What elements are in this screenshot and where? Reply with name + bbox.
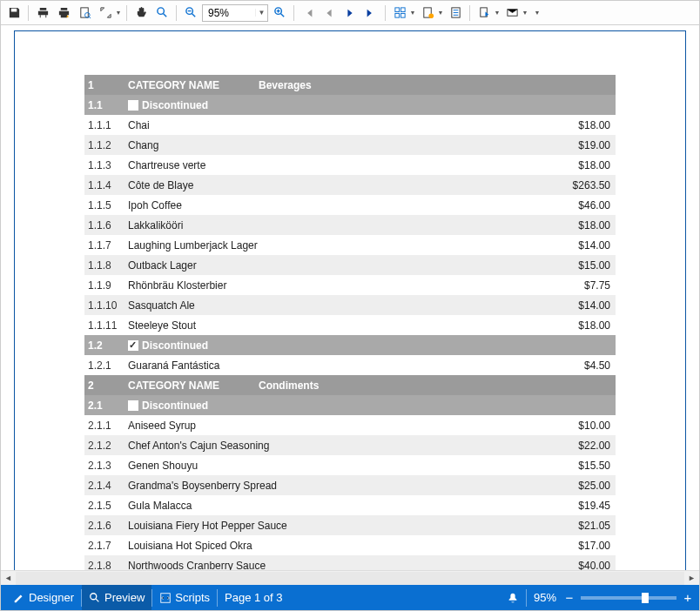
svg-rect-6 (400, 8, 405, 12)
email-dropdown[interactable]: ▼ (522, 3, 528, 23)
scripts-tab[interactable]: Scripts (152, 585, 217, 610)
product-name: Chartreuse verte (128, 159, 555, 171)
save-button[interactable] (4, 3, 24, 23)
zoom-plus-button[interactable]: + (682, 590, 694, 605)
product-price: $17.00 (555, 540, 616, 552)
first-page-button[interactable] (299, 3, 318, 23)
zoom-input[interactable] (203, 7, 255, 19)
email-button[interactable] (502, 3, 522, 23)
discontinued-header: 1.2 Discontinued (84, 335, 616, 355)
row-number: 1.1.8 (84, 259, 128, 272)
product-price: $18.00 (555, 319, 616, 332)
product-name: Genen Shouyu (128, 460, 555, 472)
product-price: $4.50 (555, 359, 616, 372)
product-price: $40.00 (555, 560, 616, 571)
discontinued-checkbox (128, 100, 138, 111)
prev-page-button[interactable] (320, 3, 339, 23)
product-price: $19.00 (555, 139, 616, 151)
quick-print-button[interactable] (54, 3, 73, 23)
zoom-out-button[interactable] (181, 3, 200, 23)
toolbar-separator (176, 5, 177, 21)
product-name: Lakkalikööri (128, 219, 555, 232)
product-price: $18.00 (555, 159, 616, 171)
scripts-icon (159, 592, 172, 604)
data-row: 1.1.11 Steeleye Stout $18.00 (84, 315, 616, 335)
toolbar-separator (126, 5, 127, 21)
scale-button[interactable] (96, 3, 115, 23)
row-number: 2.1.3 (84, 460, 128, 472)
row-number: 1.1.11 (84, 319, 128, 332)
export-dropdown[interactable]: ▼ (494, 3, 501, 23)
zoom-in-button[interactable] (270, 3, 289, 23)
scripts-label: Scripts (175, 591, 210, 604)
hand-tool-button[interactable] (131, 3, 151, 23)
extra-dropdown[interactable]: ▼ (534, 3, 541, 23)
zoom-slider[interactable] (581, 596, 676, 600)
scale-dropdown[interactable]: ▼ (115, 3, 122, 23)
product-price: $7.75 (555, 279, 616, 292)
page-info-label: Page 1 of 3 (225, 591, 283, 604)
product-price: $15.00 (555, 259, 616, 272)
zoom-slider-thumb[interactable] (642, 593, 649, 603)
scroll-track[interactable] (16, 572, 684, 585)
data-row: 1.1.5 Ipoh Coffee $46.00 (84, 195, 616, 215)
product-name: Ipoh Coffee (128, 199, 555, 212)
main-toolbar: ▼ ▼ ▼ ▼ ▼ ▼ ▼ (1, 1, 699, 25)
product-name: Outback Lager (128, 259, 555, 272)
category-label: CATEGORY NAME (128, 379, 259, 392)
page-setup-button[interactable] (75, 3, 94, 23)
page-color-dropdown[interactable]: ▼ (437, 3, 444, 23)
last-page-button[interactable] (361, 3, 380, 23)
row-number: 1.1.10 (84, 299, 128, 312)
toolbar-separator (469, 5, 470, 21)
discontinued-header: 2.1 Discontinued (84, 395, 616, 415)
scroll-left-arrow[interactable]: ◄ (1, 571, 16, 586)
product-price: $10.00 (555, 420, 616, 432)
print-button[interactable] (33, 3, 52, 23)
data-row: 1.1.8 Outback Lager $15.00 (84, 255, 616, 275)
zoom-combo[interactable]: ▼ (202, 4, 268, 22)
preview-tab[interactable]: Preview (82, 585, 151, 610)
next-page-button[interactable] (340, 3, 360, 23)
preview-label: Preview (104, 591, 145, 604)
product-price: $19.45 (555, 500, 616, 512)
row-number: 2.1.2 (84, 440, 128, 452)
category-label: CATEGORY NAME (128, 79, 259, 91)
bell-icon[interactable] (507, 592, 519, 604)
row-number: 2 (84, 379, 128, 392)
page-info: Page 1 of 3 (218, 585, 290, 610)
zoom-minus-button[interactable]: − (563, 590, 575, 605)
preview-scroll[interactable]: 1 CATEGORY NAMEBeverages 1.1 Discontinue… (1, 25, 699, 570)
product-price: $18.00 (555, 219, 616, 232)
row-number: 2.1.4 (84, 480, 128, 492)
magnifier-button[interactable] (152, 3, 172, 23)
designer-icon (13, 592, 25, 604)
multipage-dropdown[interactable]: ▼ (409, 3, 416, 23)
multipage-button[interactable] (390, 3, 409, 23)
data-row: 1.1.10 Sasquatch Ale $14.00 (84, 295, 616, 315)
row-number: 2.1.8 (84, 560, 128, 571)
zoom-dropdown[interactable]: ▼ (255, 9, 267, 17)
export-button[interactable] (475, 3, 494, 23)
product-name: Côte de Blaye (128, 179, 555, 191)
product-price: $21.05 (555, 520, 616, 532)
scroll-right-arrow[interactable]: ► (684, 571, 699, 586)
svg-point-10 (428, 13, 434, 18)
row-number: 1.1.2 (84, 139, 128, 151)
zoom-percent-label: 95% (534, 591, 556, 604)
toolbar-separator (385, 5, 386, 21)
status-bar: Designer Preview Scripts Page 1 of 3 95%… (1, 585, 699, 610)
data-row: 1.1.3 Chartreuse verte $18.00 (84, 155, 616, 175)
row-number: 1.2 (84, 339, 128, 352)
designer-tab[interactable]: Designer (6, 585, 81, 610)
svg-rect-8 (400, 13, 405, 17)
watermark-button[interactable] (446, 3, 465, 23)
discontinued-header: 1.1 Discontinued (84, 95, 616, 115)
statusbar-separator (526, 589, 527, 607)
page-color-button[interactable] (418, 3, 437, 23)
horizontal-scrollbar[interactable]: ◄ ► (1, 570, 699, 585)
product-name: Chai (128, 119, 555, 131)
preview-icon (89, 592, 101, 604)
data-row: 1.1.6 Lakkalikööri $18.00 (84, 215, 616, 235)
discontinued-label: Discontinued (142, 99, 208, 111)
